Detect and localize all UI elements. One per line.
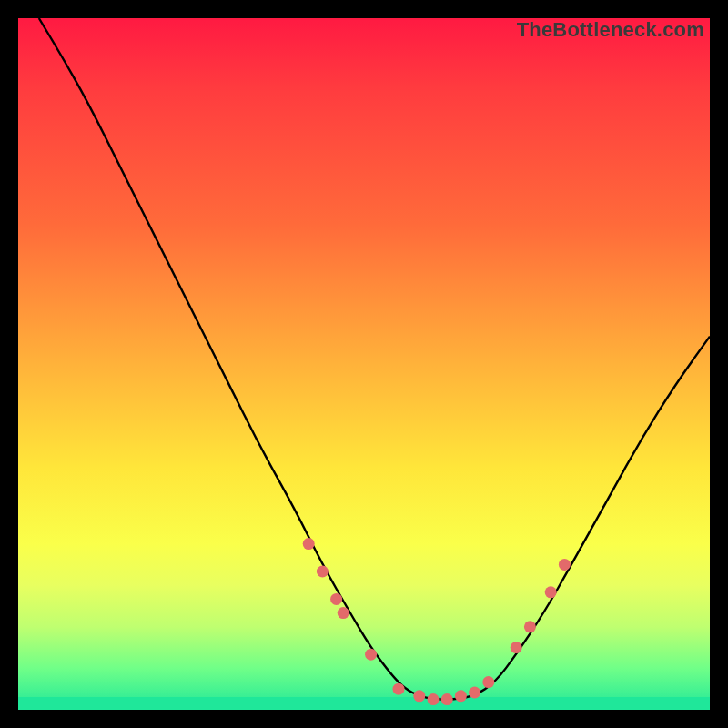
marker-dot [338,607,349,619]
marker-dot [545,586,557,598]
marker-dot [428,693,440,705]
marker-dot [482,676,494,688]
marker-dot [365,649,377,661]
chart-svg [18,18,710,710]
bottleneck-curve [39,18,710,700]
marker-dot [441,693,453,705]
marker-dot [413,690,425,702]
watermark-text: TheBottleneck.com [517,18,704,42]
marker-dot [559,559,571,571]
marker-dot [469,687,480,699]
chart-frame: TheBottleneck.com [18,18,710,710]
marker-dot [393,683,405,695]
marker-dot [455,690,467,702]
marker-dot [524,621,536,632]
marker-dot [330,593,342,605]
marker-dot [317,566,329,578]
marker-group [303,538,571,705]
marker-dot [303,538,315,550]
marker-dot [511,642,522,653]
